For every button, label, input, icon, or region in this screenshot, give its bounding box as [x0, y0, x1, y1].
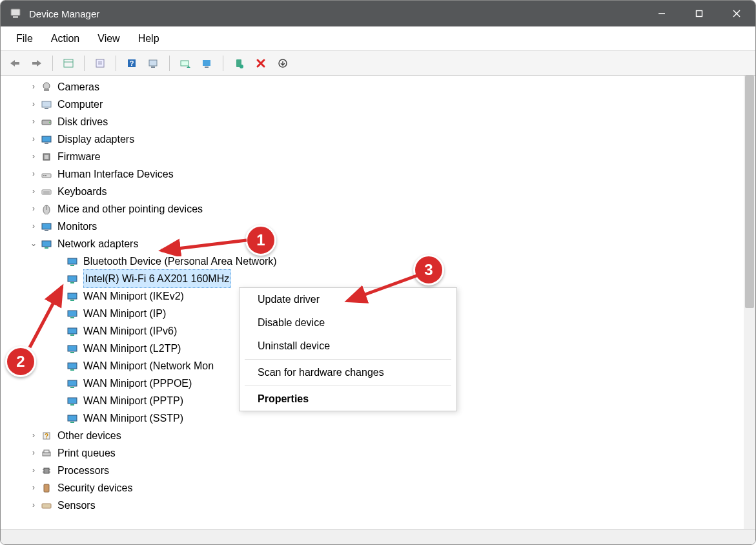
- scrollbar-thumb[interactable]: [745, 76, 754, 308]
- tree-item-other[interactable]: ›?Other devices: [7, 427, 744, 444]
- titlebar[interactable]: Device Manager: [1, 1, 755, 26]
- scrollbar[interactable]: [744, 76, 755, 529]
- tree-item-disks[interactable]: ›Disk drives: [7, 113, 744, 130]
- svg-rect-68: [44, 450, 49, 453]
- computer-icon: [39, 98, 54, 112]
- tree-item-sensors[interactable]: ›Sensors: [7, 497, 744, 514]
- ctx-properties[interactable]: Properties: [240, 387, 456, 411]
- cpu-icon: [39, 464, 54, 478]
- svg-rect-34: [43, 175, 45, 176]
- install-driver-button[interactable]: [197, 54, 218, 72]
- tree-item-security[interactable]: ›Security devices: [7, 479, 744, 497]
- ctx-uninstall-device[interactable]: Uninstall device: [240, 334, 456, 358]
- show-all-button[interactable]: [272, 54, 293, 72]
- svg-rect-18: [203, 60, 210, 66]
- svg-rect-52: [70, 317, 74, 318]
- hid-icon: [39, 167, 54, 181]
- svg-rect-43: [42, 241, 51, 247]
- window-title: Device Manager: [29, 8, 99, 19]
- ctx-separator: [245, 359, 451, 360]
- display-icon: [39, 132, 54, 147]
- svg-rect-16: [151, 67, 155, 68]
- svg-rect-54: [70, 334, 74, 336]
- network-adapter-icon: [65, 394, 79, 408]
- network-adapter-icon: [65, 376, 79, 391]
- svg-rect-64: [70, 422, 74, 423]
- app-icon: [8, 6, 23, 21]
- svg-rect-75: [42, 504, 51, 508]
- tree-item-monitors[interactable]: ›Monitors: [7, 218, 744, 235]
- other-icon: ?: [39, 429, 54, 443]
- svg-rect-3: [697, 11, 702, 17]
- forward-button[interactable]: [26, 54, 47, 72]
- tree-item-cameras[interactable]: ›Cameras: [7, 78, 744, 96]
- svg-rect-44: [45, 247, 48, 249]
- svg-rect-41: [42, 223, 51, 229]
- ctx-separator: [245, 386, 451, 386]
- statusbar: [1, 529, 755, 544]
- ctx-scan-hardware[interactable]: Scan for hardware changes: [240, 361, 456, 384]
- svg-rect-56: [70, 352, 74, 353]
- tree-item-mice[interactable]: ›Mice and other pointing devices: [7, 200, 744, 218]
- menu-help[interactable]: Help: [129, 29, 169, 48]
- menu-action[interactable]: Action: [42, 29, 88, 48]
- svg-rect-8: [64, 59, 73, 67]
- mouse-icon: [39, 202, 54, 216]
- svg-rect-35: [45, 175, 46, 176]
- annotation-arrow-1: [156, 234, 250, 256]
- svg-line-78: [347, 275, 418, 301]
- menu-file[interactable]: File: [7, 29, 42, 48]
- sensor-icon: [39, 499, 54, 513]
- tree-item-network[interactable]: ⌄Network adapters: [7, 235, 744, 252]
- keyboard-icon: [39, 185, 54, 199]
- network-adapter-icon: [65, 254, 79, 269]
- svg-rect-60: [70, 387, 74, 388]
- tree-item-firmware[interactable]: ›Firmware: [7, 148, 744, 165]
- camera-icon: [39, 80, 54, 94]
- svg-rect-24: [44, 89, 49, 91]
- enable-button[interactable]: [229, 54, 249, 72]
- annotation-badge-1: 1: [245, 225, 276, 256]
- maximize-button[interactable]: [680, 1, 718, 26]
- svg-rect-1: [13, 16, 18, 18]
- close-button[interactable]: [718, 1, 755, 26]
- tree-item-proc[interactable]: ›Processors: [7, 462, 744, 479]
- annotation-arrow-3: [342, 271, 423, 307]
- toolbar: ?: [1, 51, 755, 76]
- back-button[interactable]: [5, 54, 25, 72]
- svg-point-21: [240, 65, 243, 68]
- help-button[interactable]: ?: [121, 54, 142, 72]
- tree-item-printq[interactable]: ›Print queues: [7, 444, 744, 462]
- svg-rect-30: [45, 143, 48, 144]
- tree-item-computer[interactable]: ›Computer: [7, 96, 744, 113]
- disk-icon: [39, 115, 54, 129]
- svg-rect-47: [68, 276, 77, 282]
- tree-item-hid[interactable]: ›Human Interface Devices: [7, 165, 744, 183]
- update-driver-button[interactable]: [175, 54, 196, 72]
- svg-point-28: [49, 121, 50, 123]
- svg-rect-19: [205, 67, 209, 68]
- tree-item-bluetooth[interactable]: Bluetooth Device (Personal Area Network): [7, 252, 744, 270]
- annotation-arrow-2: [25, 282, 70, 353]
- svg-rect-42: [45, 230, 48, 231]
- show-hidden-button[interactable]: [58, 54, 79, 72]
- security-icon: [39, 481, 54, 495]
- svg-point-23: [43, 83, 50, 89]
- svg-rect-74: [44, 484, 49, 492]
- tree-item-display[interactable]: ›Display adapters: [7, 130, 744, 148]
- svg-rect-15: [149, 60, 157, 66]
- properties-button[interactable]: [90, 54, 110, 72]
- svg-rect-7: [32, 62, 37, 65]
- menu-view[interactable]: View: [88, 29, 128, 48]
- tree-item-sstp[interactable]: WAN Miniport (SSTP): [7, 409, 744, 427]
- svg-line-76: [161, 240, 247, 251]
- chevron-down-icon: ⌄: [28, 235, 39, 252]
- svg-rect-25: [42, 101, 51, 107]
- ctx-disable-device[interactable]: Disable device: [240, 311, 456, 334]
- uninstall-button[interactable]: [250, 54, 271, 72]
- minimize-button[interactable]: [643, 1, 680, 26]
- scan-button[interactable]: [143, 54, 164, 72]
- tree-item-keyboards[interactable]: ›Keyboards: [7, 183, 744, 200]
- network-icon: [39, 237, 54, 251]
- monitor-icon: [39, 220, 54, 234]
